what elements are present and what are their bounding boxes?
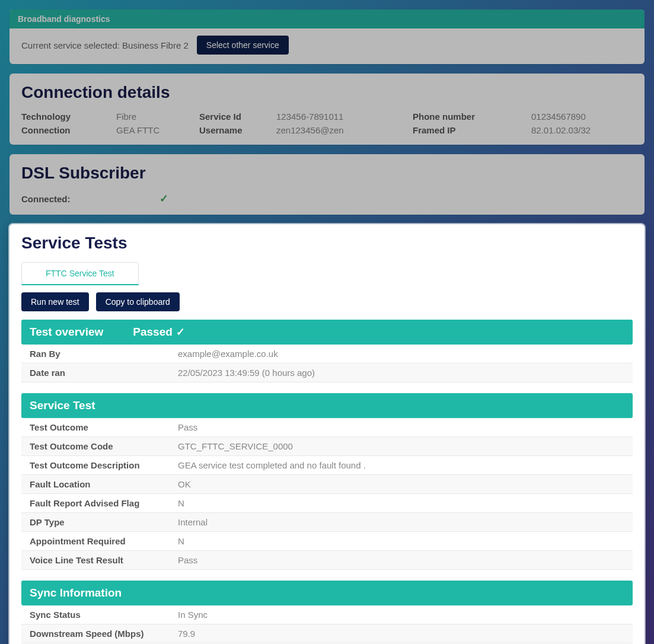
framedip-value: 82.01.02.03/32: [531, 125, 638, 135]
dsl-title: DSL Subscriber: [21, 164, 633, 183]
username-value: zen123456@zen: [276, 125, 413, 135]
row-label: DP Type: [21, 513, 170, 532]
table-row: Test OutcomePass: [21, 418, 633, 437]
technology-value: Fibre: [116, 111, 199, 122]
check-icon: ✓: [159, 192, 168, 205]
test-overview-header: Test overview Passed ✓: [21, 320, 633, 345]
tab-bar: FTTC Service Test: [21, 262, 633, 285]
row-value: example@example.co.uk: [170, 345, 633, 364]
test-overview-table: Ran By example@example.co.uk Date ran 22…: [21, 345, 633, 382]
service-test-table: Test OutcomePass Test Outcome CodeGTC_FT…: [21, 418, 633, 570]
serviceid-label: Service Id: [199, 111, 276, 122]
current-service-label: Current service selected: Business Fibre…: [21, 40, 189, 50]
table-row: Sync StatusIn Sync: [21, 605, 633, 624]
row-label: Fault Report Advised Flag: [21, 494, 170, 513]
table-row: Ran By example@example.co.uk: [21, 345, 633, 364]
table-row: Fault LocationOK: [21, 475, 633, 494]
status-badge: Passed ✓: [133, 326, 185, 339]
table-row: Downstream Speed (Mbps)79.9: [21, 624, 633, 643]
phone-label: Phone number: [413, 111, 531, 122]
broadband-diagnostics-panel: Broadband diagnostics Current service se…: [9, 9, 645, 64]
row-label: Date ran: [21, 364, 170, 382]
row-value: Pass: [170, 551, 633, 570]
row-label: Sync Status: [21, 605, 170, 624]
table-row: Appointment RequiredN: [21, 532, 633, 551]
row-label: Voice Line Test Result: [21, 551, 170, 570]
table-row: DP TypeInternal: [21, 513, 633, 532]
connection-value: GEA FTTC: [116, 125, 199, 135]
row-value: Pass: [170, 418, 633, 437]
connection-details-panel: Connection details Technology Fibre Serv…: [9, 74, 645, 145]
connection-details-title: Connection details: [21, 83, 633, 102]
row-value: GTC_FTTC_SERVICE_0000: [170, 437, 633, 456]
row-value: Internal: [170, 513, 633, 532]
table-row: Date ran 22/05/2023 13:49:59 (0 hours ag…: [21, 364, 633, 382]
table-row: Voice Line Test ResultPass: [21, 551, 633, 570]
service-test-title: Service Test: [30, 399, 95, 412]
run-new-test-button[interactable]: Run new test: [21, 292, 89, 311]
table-row: Fault Report Advised FlagN: [21, 494, 633, 513]
row-value: 79.9: [170, 624, 633, 643]
row-label: Test Outcome: [21, 418, 170, 437]
tab-fttc-service-test[interactable]: FTTC Service Test: [21, 262, 139, 285]
row-label: Test Outcome Code: [21, 437, 170, 456]
row-label: Downstream Speed (Mbps): [21, 624, 170, 643]
sync-info-header: Sync Information: [21, 581, 633, 605]
dsl-subscriber-panel: DSL Subscriber Connected: ✓: [9, 154, 645, 215]
row-label: Ran By: [21, 345, 170, 364]
service-test-header: Service Test: [21, 393, 633, 418]
panel-header: Broadband diagnostics: [9, 9, 645, 28]
copy-to-clipboard-button[interactable]: Copy to clipboard: [96, 292, 180, 311]
status-label: Passed: [133, 326, 173, 339]
row-value: 22/05/2023 13:49:59 (0 hours ago): [170, 364, 633, 382]
row-label: Fault Location: [21, 475, 170, 494]
technology-label: Technology: [21, 111, 116, 122]
sync-info-title: Sync Information: [30, 586, 122, 600]
phone-value: 01234567890: [531, 111, 638, 122]
check-icon: ✓: [176, 326, 185, 339]
row-value: OK: [170, 475, 633, 494]
serviceid-value: 123456-7891011: [276, 111, 413, 122]
sync-info-table: Sync StatusIn Sync Downstream Speed (Mbp…: [21, 605, 633, 644]
framedip-label: Framed IP: [413, 125, 531, 135]
table-row: Test Outcome CodeGTC_FTTC_SERVICE_0000: [21, 437, 633, 456]
table-row: Test Outcome DescriptionGEA service test…: [21, 456, 633, 475]
row-value: N: [170, 532, 633, 551]
row-value: In Sync: [170, 605, 633, 624]
username-label: Username: [199, 125, 276, 135]
row-label: Test Outcome Description: [21, 456, 170, 475]
test-overview-title: Test overview: [30, 326, 103, 339]
row-value: GEA service test completed and no fault …: [170, 456, 633, 475]
select-other-service-button[interactable]: Select other service: [197, 36, 289, 55]
connection-label: Connection: [21, 125, 116, 135]
row-label: Appointment Required: [21, 532, 170, 551]
service-tests-panel: Service Tests FTTC Service Test Run new …: [9, 224, 645, 644]
connection-details-grid: Technology Fibre Service Id 123456-78910…: [21, 111, 633, 135]
service-tests-title: Service Tests: [21, 234, 633, 253]
connected-label: Connected:: [21, 194, 71, 204]
row-value: N: [170, 494, 633, 513]
